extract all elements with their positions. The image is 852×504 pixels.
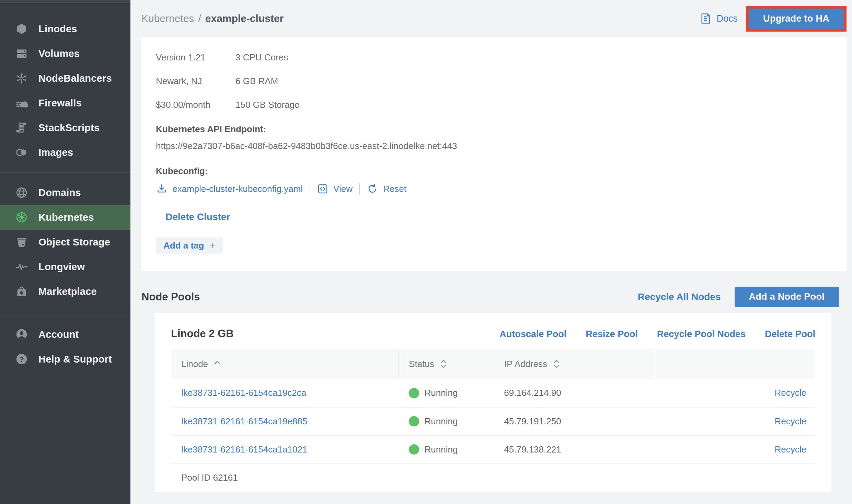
recycle-node-link[interactable]: Recycle [654,407,815,435]
view-label: View [333,184,353,194]
recycle-node-link[interactable]: Recycle [654,379,815,407]
upgrade-to-ha-button[interactable]: Upgrade to HA [749,9,844,29]
node-pools-header: Node Pools Recycle All Nodes Add a Node … [141,287,839,307]
sidebar-item-object-storage[interactable]: Object Storage [0,230,130,254]
breadcrumb-separator: / [198,13,201,24]
sort-icon [439,359,448,369]
topbar-actions: Docs Upgrade to HA [700,6,847,32]
kubernetes-icon [15,210,31,224]
account-icon [15,328,31,341]
docs-link[interactable]: Docs [700,12,738,25]
spec-region: Newark, NJ [156,76,235,87]
spec-storage: 150 GB Storage [235,100,831,110]
sidebar-item-domains[interactable]: Domains [0,180,130,205]
kubeconfig-reset-link[interactable]: Reset [367,183,406,195]
cluster-specs: Version 1.21 3 CPU Cores Newark, NJ 6 GB… [156,52,831,110]
node-ip: 45.79.191.250 [494,407,654,435]
spec-cpu: 3 CPU Cores [235,52,831,63]
sidebar-item-label: Firewalls [38,98,82,109]
pool-actions: Autoscale Pool Resize Pool Recycle Pool … [480,329,815,340]
reset-icon [367,183,378,195]
status-label: Running [425,416,458,427]
node-ip: 45.79.138.221 [494,435,654,463]
status-running-dot [409,388,419,398]
status-label: Running [425,444,458,455]
sidebar-item-label: Kubernetes [38,212,94,223]
linodes-icon [15,22,31,36]
sidebar-item-nodebalancers[interactable]: NodeBalancers [0,66,130,91]
main-content: Kubernetes / example-cluster Docs [130,0,852,504]
sidebar-divider [0,172,130,173]
sidebar-item-linodes[interactable]: Linodes [0,16,130,41]
kubeconfig-view-link[interactable]: View [317,183,353,195]
sidebar-item-longview[interactable]: Longview [0,254,130,279]
node-pool-card: Linode 2 GB Autoscale Pool Resize Pool R… [155,313,831,492]
images-icon [15,146,31,159]
cluster-summary-card: Version 1.21 3 CPU Cores Newark, NJ 6 GB… [141,37,847,271]
add-tag-label: Add a tag [163,240,204,251]
breadcrumb-current: example-cluster [205,13,284,24]
longview-icon [15,260,31,274]
help-icon: ? [15,352,31,366]
column-header-ip-address[interactable]: IP Address [494,349,654,379]
page: Linodes Volumes [0,0,852,504]
autoscale-pool-link[interactable]: Autoscale Pool [499,329,566,340]
node-row: lke38731-62161-6154ca19c2ca Running 69.1… [171,379,815,407]
sidebar-item-label: Help & Support [38,354,112,365]
sidebar-item-kubernetes[interactable]: Kubernetes [0,205,130,230]
recycle-all-nodes-link[interactable]: Recycle All Nodes [638,291,721,302]
delete-cluster-link[interactable]: Delete Cluster [165,211,831,222]
reset-label: Reset [383,184,406,194]
sidebar-nav: Linodes Volumes [0,3,130,371]
table-header-row: Linode Status IP Addre [171,349,815,379]
volumes-icon [15,47,31,60]
sidebar-item-volumes[interactable]: Volumes [0,41,130,66]
docs-label: Docs [717,13,738,24]
status-running-dot [409,416,419,426]
breadcrumb-section[interactable]: Kubernetes [141,13,194,24]
kubeconfig-label: Kubeconfig: [156,166,831,176]
api-endpoint-url: https://9e2a7307-b6ac-408f-ba62-9483b0b3… [156,141,831,151]
domains-icon [15,186,31,199]
stackscripts-icon [15,121,31,135]
nodes-table: Linode Status IP Addre [171,349,815,492]
resize-pool-link[interactable]: Resize Pool [586,329,638,340]
pool-id-label: Pool ID 62161 [171,463,815,492]
sidebar-item-marketplace[interactable]: Marketplace [0,279,130,304]
pool-head: Linode 2 GB Autoscale Pool Resize Pool R… [171,328,815,340]
sidebar-item-label: Linodes [38,23,77,35]
sidebar-item-label: Account [38,329,79,340]
node-link[interactable]: lke38731-62161-6154ca19c2ca [171,379,399,407]
delete-pool-link[interactable]: Delete Pool [765,329,815,340]
sidebar-item-label: StackScripts [38,122,100,134]
column-label: IP Address [504,359,547,369]
node-row: lke38731-62161-6154ca1a1021 Running 45.7… [171,435,815,463]
column-header-linode[interactable]: Linode [171,349,399,379]
sidebar-item-label: Volumes [38,48,80,59]
marketplace-icon [15,285,31,298]
docs-icon [700,12,712,25]
sidebar-item-account[interactable]: Account [0,322,130,347]
sidebar-item-label: Object Storage [38,237,110,248]
sidebar: Linodes Volumes [0,0,130,504]
sidebar-item-images[interactable]: Images [0,140,130,165]
node-link[interactable]: lke38731-62161-6154ca19e885 [171,407,399,435]
pool-id-row: Pool ID 62161 [171,463,815,492]
sidebar-item-firewalls[interactable]: Firewalls [0,91,130,115]
nodebalancers-icon [15,71,31,85]
recycle-pool-nodes-link[interactable]: Recycle Pool Nodes [657,329,746,340]
annotation-highlight-box: Upgrade to HA [746,6,847,32]
sidebar-item-help-support[interactable]: ? Help & Support [0,347,130,371]
node-row: lke38731-62161-6154ca19e885 Running 45.7… [171,407,815,435]
column-header-status[interactable]: Status [399,349,494,379]
kubeconfig-file-name: example-cluster-kubeconfig.yaml [172,184,303,194]
breadcrumb: Kubernetes / example-cluster [141,13,284,24]
sidebar-item-stackscripts[interactable]: StackScripts [0,115,130,140]
add-tag-button[interactable]: Add a tag + [156,237,223,254]
add-node-pool-button[interactable]: Add a Node Pool [735,287,839,307]
kubeconfig-download-link[interactable]: example-cluster-kubeconfig.yaml [156,183,303,195]
node-link[interactable]: lke38731-62161-6154ca1a1021 [171,435,399,463]
recycle-node-link[interactable]: Recycle [654,435,815,463]
node-pools-title: Node Pools [141,291,200,303]
divider [359,183,360,195]
